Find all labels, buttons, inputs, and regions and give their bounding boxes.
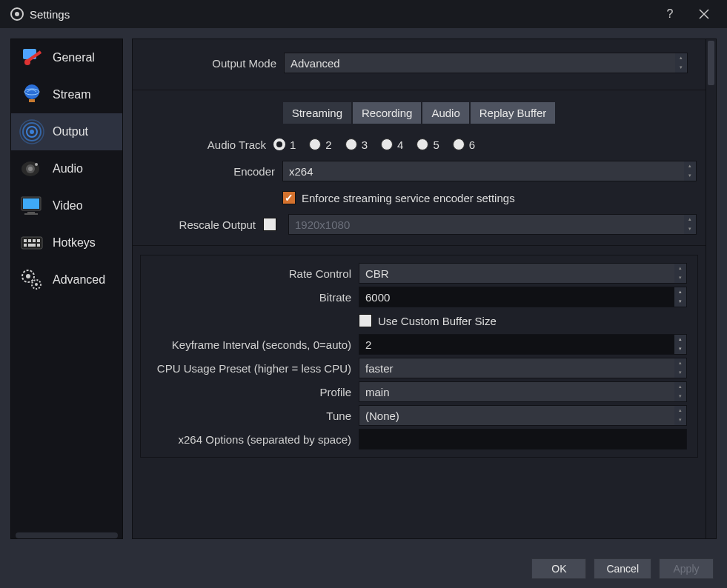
bitrate-input[interactable]: 6000 [359, 287, 687, 307]
svg-rect-24 [24, 244, 27, 247]
sidebar-item-label: General [53, 51, 95, 64]
audio-track-6[interactable]: 6 [453, 138, 475, 151]
video-icon [19, 193, 45, 219]
svg-rect-23 [37, 239, 40, 242]
keyframe-input[interactable]: 2 [359, 334, 687, 355]
svg-rect-20 [24, 239, 27, 242]
chevron-updown-icon [684, 161, 696, 181]
encoder-label: Encoder [142, 165, 282, 178]
encoder-select[interactable]: x264 [282, 161, 697, 181]
sidebar-item-hotkeys[interactable]: Hotkeys [11, 224, 122, 261]
help-button[interactable]: ? [653, 0, 687, 28]
x264-options-label: x264 Options (separated by space) [151, 433, 359, 446]
hotkeys-icon [19, 230, 45, 256]
audio-track-group: 1 2 3 4 5 6 [273, 138, 475, 151]
sidebar-item-label: Hotkeys [53, 236, 96, 250]
sidebar-item-output[interactable]: Output [11, 113, 122, 150]
close-button[interactable] [687, 0, 721, 28]
spinner-icon [674, 287, 686, 307]
scrollbar-thumb[interactable] [708, 41, 714, 85]
svg-rect-19 [21, 237, 42, 249]
tab-replay-buffer[interactable]: Replay Buffer [471, 102, 556, 124]
svg-rect-22 [33, 239, 36, 242]
chevron-updown-icon [674, 382, 686, 401]
chevron-updown-icon [674, 358, 686, 378]
sidebar-item-label: Advanced [53, 273, 105, 287]
tab-recording[interactable]: Recording [353, 102, 421, 124]
chevron-updown-icon [675, 53, 687, 73]
audio-track-5[interactable]: 5 [416, 138, 439, 151]
output-tabs: Streaming Recording Audio Replay Buffer [133, 90, 706, 131]
x264-options-input[interactable] [359, 429, 687, 450]
cancel-button[interactable]: Cancel [594, 558, 651, 579]
rate-control-label: Rate Control [151, 267, 359, 280]
custom-buffer-checkbox[interactable] [359, 314, 372, 327]
svg-point-13 [28, 167, 33, 171]
cpu-preset-select[interactable]: faster [359, 358, 687, 378]
profile-label: Profile [151, 386, 359, 398]
app-icon [10, 7, 24, 21]
cpu-preset-label: CPU Usage Preset (higher = less CPU) [151, 362, 359, 375]
rescale-select[interactable]: 1920x1080 [288, 214, 697, 235]
svg-rect-21 [28, 239, 31, 242]
output-icon [19, 118, 45, 145]
tune-select[interactable]: (None) [359, 405, 687, 426]
svg-rect-16 [23, 198, 39, 209]
sidebar-item-label: Stream [53, 88, 91, 101]
keyframe-label: Keyframe Interval (seconds, 0=auto) [151, 338, 359, 351]
content-area: Output Mode Advanced Streaming Recording… [132, 39, 717, 539]
rescale-label: Rescale Output [142, 218, 263, 231]
output-mode-select[interactable]: Advanced [284, 53, 688, 73]
svg-point-7 [30, 130, 34, 134]
audio-icon [19, 156, 45, 182]
svg-point-28 [26, 274, 30, 278]
svg-point-3 [24, 59, 30, 65]
tab-audio[interactable]: Audio [422, 102, 468, 124]
advanced-icon [19, 267, 45, 293]
chevron-updown-icon [674, 406, 686, 425]
footer: OK Cancel Apply [0, 549, 727, 588]
custom-buffer-label: Use Custom Buffer Size [378, 315, 497, 327]
ok-button[interactable]: OK [531, 558, 586, 579]
sidebar-item-general[interactable]: General [11, 39, 122, 76]
audio-track-1[interactable]: 1 [273, 138, 296, 151]
rate-control-select[interactable]: CBR [359, 263, 687, 284]
sidebar-item-stream[interactable]: Stream [11, 76, 122, 113]
sidebar-item-label: Audio [53, 162, 83, 176]
apply-button[interactable]: Apply [659, 558, 714, 579]
sidebar-item-label: Video [53, 199, 83, 213]
close-icon [699, 9, 709, 19]
general-icon [19, 44, 45, 71]
svg-point-30 [35, 283, 38, 286]
audio-track-3[interactable]: 3 [345, 138, 368, 151]
enforce-checkbox[interactable] [282, 191, 296, 204]
encoder-settings-panel: Rate Control CBR Bitrate 6000 [140, 255, 698, 458]
sidebar-scrollbar[interactable] [16, 532, 118, 538]
svg-point-4 [24, 84, 39, 99]
output-mode-label: Output Mode [150, 57, 284, 70]
svg-rect-6 [29, 99, 35, 102]
window-title: Settings [30, 8, 70, 21]
streaming-section: Streaming Recording Audio Replay Buffer … [133, 90, 706, 246]
stream-icon [19, 81, 45, 108]
bitrate-label: Bitrate [151, 291, 359, 304]
enforce-label: Enforce streaming service encoder settin… [302, 192, 515, 204]
chevron-updown-icon [674, 264, 686, 283]
sidebar-item-video[interactable]: Video [11, 187, 122, 224]
svg-point-14 [35, 163, 38, 166]
rescale-checkbox[interactable] [263, 218, 276, 231]
tab-streaming[interactable]: Streaming [283, 102, 351, 124]
svg-rect-26 [37, 244, 40, 247]
content-scrollbar[interactable] [706, 39, 717, 539]
output-mode-section: Output Mode Advanced [133, 39, 706, 90]
main-area: General Stream Output Audio Video [0, 28, 727, 549]
sidebar: General Stream Output Audio Video [10, 39, 123, 539]
sidebar-item-audio[interactable]: Audio [11, 150, 122, 187]
sidebar-item-advanced[interactable]: Advanced [11, 261, 122, 298]
audio-track-2[interactable]: 2 [309, 138, 331, 151]
profile-select[interactable]: main [359, 381, 687, 402]
titlebar: Settings ? [0, 0, 727, 28]
sidebar-item-label: Output [53, 125, 88, 138]
tune-label: Tune [151, 410, 359, 422]
audio-track-4[interactable]: 4 [381, 138, 403, 151]
